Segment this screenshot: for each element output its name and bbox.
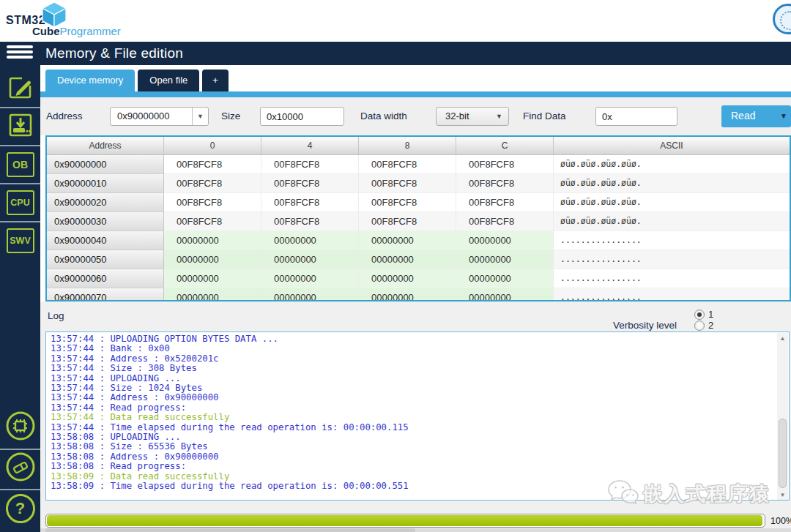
memory-value-cell[interactable]: 00F8FCF8 [164,174,261,193]
memory-value-cell[interactable]: 00F8FCF8 [261,193,359,212]
address-combobox[interactable]: 0x90000000 ▼ [110,107,209,126]
column-header-4[interactable]: 4 [261,137,359,155]
memory-value-cell[interactable]: 00F8FCF8 [164,155,261,174]
sidebar-item-erasing-programming[interactable] [5,111,35,141]
memory-value-cell[interactable]: 00000000 [164,288,261,301]
sidebar-item-external-loaders[interactable] [5,412,35,442]
memory-value-cell[interactable]: 00000000 [359,231,456,250]
memory-ascii-cell: øüø.øüø.øüø.øüø. [554,174,790,193]
sidebar-item-help[interactable]: ? [5,493,35,523]
memory-value-cell[interactable]: 00000000 [456,269,554,288]
memory-value-cell[interactable]: 00000000 [359,250,456,269]
memory-value-cell[interactable]: 00000000 [164,250,261,269]
size-input[interactable] [260,107,344,126]
memory-value-cell[interactable]: 00F8FCF8 [261,174,359,193]
sidebar-item-swv[interactable]: SWV [5,225,35,255]
memory-value-cell[interactable]: 00F8FCF8 [456,193,554,212]
table-row: 0x90000000 00F8FCF8 00F8FCF8 00F8FCF8 00… [47,155,790,174]
memory-ascii-cell: øüø.øüø.øüø.øüø. [554,212,790,231]
memory-value-cell[interactable]: 00F8FCF8 [359,155,456,174]
memory-value-cell[interactable]: 00000000 [359,288,456,301]
memory-value-cell[interactable]: 00F8FCF8 [359,193,456,212]
memory-address-cell: 0x90000000 [47,155,164,174]
data-width-select[interactable]: 32-bit ▼ [436,107,509,126]
column-header-0[interactable]: 0 [164,137,261,155]
chevron-down-icon[interactable]: ▼ [192,108,208,125]
progress-row: 100% [45,514,791,528]
tab-add-button[interactable]: + [202,70,229,91]
scroll-down-icon[interactable]: ▼ [777,490,788,501]
sidebar-item-memory-file-edition[interactable] [5,73,35,103]
memory-table-body: 0x90000000 00F8FCF8 00F8FCF8 00F8FCF8 00… [47,155,790,301]
sidebar-item-eraser[interactable] [5,453,35,483]
log-line: 13:57:44 : Size : 308 Bytes [51,364,784,373]
memory-value-cell[interactable]: 00000000 [456,250,554,269]
memory-table-header: Address 0 4 8 C ASCII [47,137,790,155]
table-row: 0x90000050 00000000 00000000 00000000 00… [47,250,790,269]
memory-table: Address 0 4 8 C ASCII 0x90000000 00F8FCF… [45,135,791,301]
scroll-up-icon[interactable]: ▲ [777,333,788,344]
memory-value-cell[interactable]: 00F8FCF8 [164,212,261,231]
progress-fill [47,515,762,526]
address-label: Address [46,110,83,121]
find-data-input[interactable] [595,107,677,126]
memory-value-cell[interactable]: 00F8FCF8 [456,212,554,231]
memory-value-cell[interactable]: 00F8FCF8 [456,174,554,193]
hamburger-menu-icon[interactable] [7,45,33,61]
pencil-edit-icon [6,72,35,105]
sidebar: OB CPU SWV [0,65,40,532]
memory-value-cell[interactable]: 00F8FCF8 [261,212,359,231]
memory-value-cell[interactable]: 00F8FCF8 [164,193,261,212]
memory-value-cell[interactable]: 00000000 [261,288,359,301]
page-title: Memory & File edition [45,42,183,65]
memory-ascii-cell: ................ [554,231,790,250]
memory-value-cell[interactable]: 00000000 [456,288,554,301]
table-row: 0x90000060 00000000 00000000 00000000 00… [47,269,790,288]
memory-value-cell[interactable]: 00F8FCF8 [456,155,554,174]
memory-value-cell[interactable]: 00000000 [261,269,359,288]
progress-percent: 100% [770,516,791,526]
top-band: STM32 CubeProgrammer [0,0,791,42]
column-header-ascii[interactable]: ASCII [554,137,790,155]
chevron-down-icon[interactable]: ▼ [780,105,787,127]
memory-value-cell[interactable]: 00000000 [164,269,261,288]
read-button[interactable]: Read ▼ [721,105,791,127]
verbosity-radio-2[interactable]: 2 [694,320,713,331]
bottom-strip [40,528,791,532]
memory-value-cell[interactable]: 00000000 [261,231,359,250]
memory-address-cell: 0x90000040 [47,231,164,250]
memory-toolbar: Address 0x90000000 ▼ Size Data width 32-… [40,97,791,135]
memory-value-cell[interactable]: 00F8FCF8 [359,174,456,193]
memory-value-cell[interactable]: 00F8FCF8 [261,155,359,174]
tab-device-memory[interactable]: Device memory [45,70,135,91]
connection-badge-icon [773,4,791,34]
column-header-c[interactable]: C [456,137,554,155]
memory-value-cell[interactable]: 00000000 [359,269,456,288]
verbosity-radio-1[interactable]: 1 [694,309,713,320]
memory-value-cell[interactable]: 00000000 [164,231,261,250]
sidebar-divider [0,449,40,450]
column-header-address[interactable]: Address [47,137,164,155]
memory-value-cell[interactable]: 00F8FCF8 [359,212,456,231]
log-line: 13:58:08 : Address : 0x90000000 [51,452,784,462]
sidebar-item-cpu[interactable]: CPU [5,187,35,217]
sidebar-divider [0,145,40,146]
memory-address-cell: 0x90000060 [47,269,164,288]
stm32-cube-programmer-window: STM32 CubeProgrammer Memory & File editi… [0,0,791,532]
progress-bar [45,514,765,528]
column-header-8[interactable]: 8 [359,137,456,155]
memory-value-cell[interactable]: 00000000 [456,231,554,250]
memory-value-cell[interactable]: 00000000 [261,250,359,269]
sidebar-divider [0,221,40,222]
log-line: 13:57:44 : Read progress: [51,403,784,413]
scrollbar-thumb[interactable] [779,419,787,488]
log-scrollbar[interactable]: ▲ ▼ [777,333,788,501]
sidebar-item-option-bytes[interactable]: OB [5,149,35,179]
download-icon [6,110,35,143]
table-row: 0x90000070 00000000 00000000 00000000 00… [47,288,790,301]
table-row: 0x90000030 00F8FCF8 00F8FCF8 00F8FCF8 00… [47,212,790,231]
memory-address-cell: 0x90000050 [47,250,164,269]
log-line: 13:58:08 : Size : 65536 Bytes [51,442,784,452]
memory-ascii-cell: øüø.øüø.øüø.øüø. [554,155,790,174]
tab-open-file[interactable]: Open file [138,70,199,91]
